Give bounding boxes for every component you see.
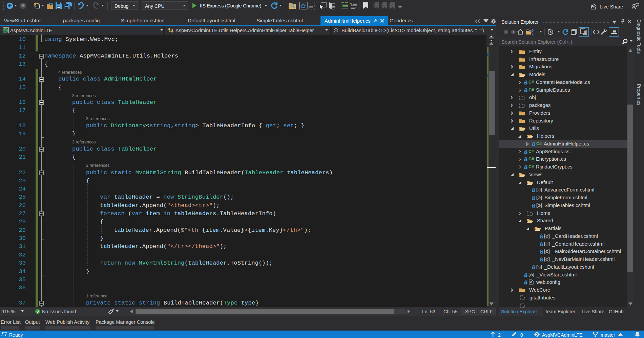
svg-text:?: ? xyxy=(350,2,352,7)
